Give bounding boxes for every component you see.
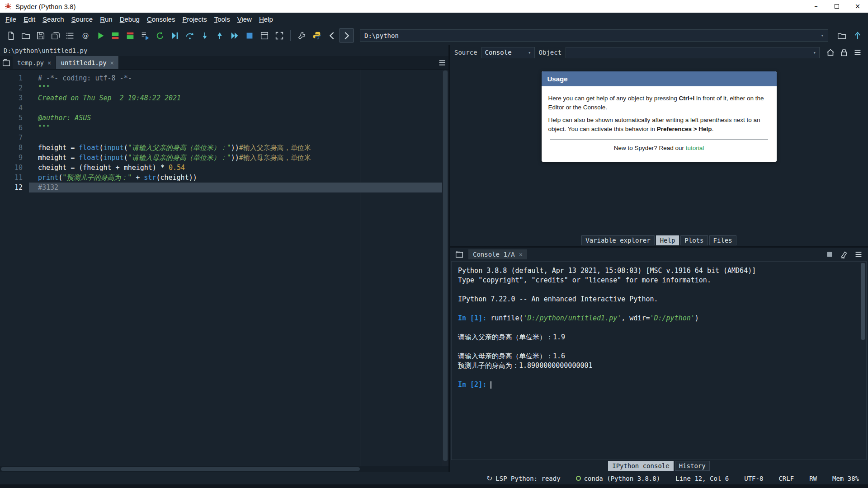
step-out-icon[interactable] [212,28,226,42]
line-number: 4 [0,103,29,113]
symbol-finder-icon[interactable]: @ [78,28,92,42]
console-output[interactable]: Python 3.8.8 (default, Apr 13 2021, 15:0… [451,261,867,460]
lock-icon[interactable] [838,47,850,58]
tab-files[interactable]: Files [709,235,736,245]
usage-paragraph-1: Here you can get help of any object by p… [548,94,770,113]
console-toolbar-icons [824,249,864,260]
menu-file[interactable]: File [2,14,20,24]
help-object-combo[interactable]: ▾ [566,47,820,58]
status-mem-38: Mem 38% [832,475,859,482]
svg-text:@: @ [82,31,89,39]
parent-dir-icon[interactable] [850,28,864,42]
status-lsp-python-ready: ↻LSP Python: ready [486,474,561,483]
editor-horizontal-scrollbar[interactable] [0,466,448,472]
tab-help[interactable]: Help [656,235,679,245]
run-cell-icon[interactable] [108,28,122,42]
code-line-7 [29,133,442,143]
step-over-icon[interactable] [183,28,197,42]
save-icon[interactable] [33,28,47,42]
minimize-button[interactable]: – [806,0,826,13]
close-icon[interactable]: × [110,59,114,66]
editor-vertical-scrollbar[interactable] [442,70,448,466]
menu-view[interactable]: View [234,14,255,24]
console-line: Python 3.8.8 (default, Apr 13 2021, 15:0… [458,266,860,276]
close-icon[interactable]: × [47,59,51,66]
clear-icon[interactable] [838,249,850,260]
spyder-window: Spyder (Python 3.8) –× FileEditSearchSou… [0,0,868,488]
new-file-icon[interactable] [4,28,18,42]
editor-tab-temp.py[interactable]: temp.py× [13,56,56,69]
tab-variable-explorer[interactable]: Variable explorer [581,235,654,245]
tab-ipython-console[interactable]: IPython console [608,461,673,471]
close-button[interactable]: × [847,0,868,13]
console-line [458,342,860,352]
working-directory-combo[interactable]: D:\python ▾ [360,29,828,42]
menu-help[interactable]: Help [255,14,277,24]
menu-debug[interactable]: Debug [116,14,143,24]
help-source-combo[interactable]: Console ▾ [481,47,535,58]
close-icon[interactable]: × [519,251,523,258]
forward-icon[interactable] [340,28,354,42]
source-label: Source [454,49,477,56]
window-controls: –× [806,0,868,13]
code-editor[interactable]: 123456789101112 # -*- coding: utf-8 -*-"… [0,70,448,466]
options-icon[interactable] [853,249,864,260]
rerun-cell-icon[interactable] [153,28,167,42]
continue-icon[interactable] [227,28,241,42]
menu-search[interactable]: Search [39,14,68,24]
file-switcher-icon[interactable] [63,28,77,42]
line-number: 2 [0,83,29,93]
menu-source[interactable]: Source [68,14,97,24]
browse-tabs-icon[interactable] [0,57,13,69]
code-line-1: # -*- coding: utf-8 -*- [29,73,442,83]
run-cell-advance-icon[interactable] [123,28,137,42]
maximize-button[interactable] [826,0,847,13]
console-vertical-scrollbar[interactable] [860,262,866,460]
title-bar: Spyder (Python 3.8) –× [0,0,868,13]
run-icon[interactable] [93,28,107,42]
help-header-icons [825,47,863,58]
preferences-icon[interactable] [295,28,309,42]
code-line-3: Created on Thu Sep 2 19:48:22 2021 [29,93,442,103]
maximize-pane-icon[interactable] [257,28,271,42]
help-pane: Source Console ▾ Object ▾ Usage [450,45,868,246]
menu-tools[interactable]: Tools [211,14,234,24]
code-line-9: mheight = float(input("请输入母亲的身高（单位米）："))… [29,153,442,163]
fullscreen-icon[interactable] [272,28,286,42]
editor-tab-untitled1.py[interactable]: untitled1.py× [56,56,119,69]
console-line: 请输入母亲的身高（单位米）：1.6 [458,352,860,361]
options-icon[interactable] [852,47,863,58]
run-selection-icon[interactable] [138,28,152,42]
chevron-down-icon: ▾ [809,50,816,56]
toolbar-right-icons [835,28,864,42]
menu-run[interactable]: Run [96,14,116,24]
tab-plots[interactable]: Plots [680,235,708,245]
sync-icon: ↻ [486,474,492,483]
code-line-10: cheight = (fheight + mheight) * 0.54 [29,163,442,173]
menu-consoles[interactable]: Consoles [143,14,179,24]
main-area: D:\python\untitled1.py temp.py×untitled1… [0,45,868,472]
browse-tabs-icon[interactable] [453,249,465,260]
open-dir-icon[interactable] [835,28,849,42]
help-header: Source Console ▾ Object ▾ [450,45,868,60]
line-number-gutter[interactable]: 123456789101112 [0,70,29,466]
step-into-icon[interactable] [198,28,212,42]
interrupt-icon[interactable] [824,249,835,260]
back-icon[interactable] [325,28,339,42]
code-area[interactable]: # -*- coding: utf-8 -*-"""Created on Thu… [29,70,442,466]
save-all-icon[interactable] [48,28,62,42]
status-label: conda (Python 3.8.8) [584,475,660,482]
tutorial-link[interactable]: tutorial [686,145,704,151]
open-file-icon[interactable] [19,28,33,42]
menu-edit[interactable]: Edit [20,14,39,24]
stop-debug-icon[interactable] [242,28,256,42]
pythonpath-icon[interactable] [310,28,324,42]
editor-options-icon[interactable] [436,57,448,69]
console-tab[interactable]: Console 1/A × [468,249,527,259]
help-source-value: Console [485,49,512,56]
menu-projects[interactable]: Projects [179,14,210,24]
tab-history[interactable]: History [675,461,710,471]
status-label: Mem 38% [832,475,859,482]
home-icon[interactable] [825,47,836,58]
debug-file-icon[interactable] [168,28,182,42]
